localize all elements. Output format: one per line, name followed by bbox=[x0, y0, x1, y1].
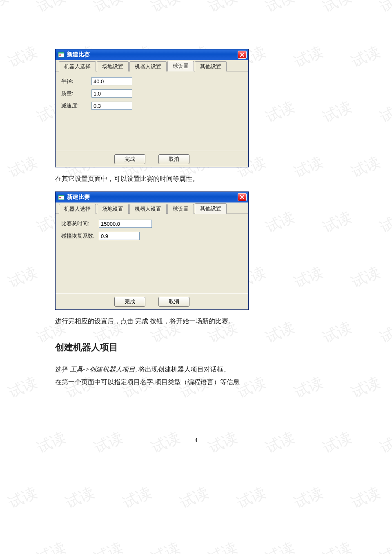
caption-other-settings: 在其它设置页面中，可以设置比赛的时间等属性。 bbox=[55, 173, 337, 184]
dialog-new-match-other: 新建比赛 机器人选择 场地设置 机器人设置 球设置 其他设置 比赛总时间: 碰撞… bbox=[55, 191, 249, 310]
tab-content: 半径: 质量: 减速度: bbox=[56, 71, 248, 151]
tab-content: 比赛总时间: 碰撞恢复系数: bbox=[56, 214, 248, 293]
tab-ball-settings[interactable]: 球设置 bbox=[167, 204, 194, 214]
tab-field-settings[interactable]: 场地设置 bbox=[97, 204, 129, 214]
watermark: 试读 bbox=[263, 538, 298, 554]
totaltime-label: 比赛总时间: bbox=[61, 220, 99, 227]
close-icon bbox=[240, 195, 245, 200]
tab-other-settings[interactable]: 其他设置 bbox=[195, 61, 227, 71]
app-icon bbox=[58, 194, 65, 200]
body-line1-pre: 选择 bbox=[55, 366, 70, 373]
tab-robot-settings[interactable]: 机器人设置 bbox=[129, 204, 167, 214]
titlebar: 新建比赛 bbox=[56, 49, 248, 60]
body-menu-path: 工具->创建机器人项目 bbox=[70, 366, 135, 373]
watermark: 试读 bbox=[348, 483, 383, 513]
close-button[interactable] bbox=[238, 51, 247, 59]
watermark: 试读 bbox=[148, 538, 183, 554]
dialog-title: 新建比赛 bbox=[67, 194, 238, 201]
watermark: 试读 bbox=[377, 538, 392, 554]
tab-robot-select[interactable]: 机器人选择 bbox=[59, 61, 96, 71]
decel-label: 减速度: bbox=[61, 102, 91, 109]
svg-rect-4 bbox=[58, 195, 64, 196]
watermark: 试读 bbox=[205, 538, 241, 554]
tab-field-settings[interactable]: 场地设置 bbox=[97, 61, 129, 71]
watermark: 试读 bbox=[91, 538, 126, 554]
app-icon bbox=[58, 51, 65, 58]
finish-button[interactable]: 完成 bbox=[114, 154, 145, 164]
svg-point-2 bbox=[59, 54, 61, 56]
radius-label: 半径: bbox=[61, 78, 91, 85]
dialog-new-match-ball: 新建比赛 机器人选择 场地设置 机器人设置 球设置 其他设置 半径: 质量: bbox=[55, 49, 249, 167]
svg-rect-1 bbox=[58, 52, 64, 53]
button-bar: 完成 取消 bbox=[56, 293, 248, 309]
watermark: 试读 bbox=[62, 483, 98, 513]
dialog-title: 新建比赛 bbox=[67, 51, 238, 58]
caption-after-finish: 进行完相应的设置后，点击 完成 按钮，将开始一场新的比赛。 bbox=[55, 316, 337, 327]
totaltime-input[interactable] bbox=[99, 220, 152, 228]
tab-robot-settings[interactable]: 机器人设置 bbox=[129, 61, 167, 71]
restitution-input[interactable] bbox=[99, 232, 140, 240]
body-line2: 在第一个页面中可以指定项目名字,项目类型（编程语言）等信息 bbox=[55, 378, 240, 385]
watermark: 试读 bbox=[234, 483, 269, 513]
close-icon bbox=[240, 52, 245, 57]
tab-other-settings[interactable]: 其他设置 bbox=[195, 203, 227, 214]
svg-point-5 bbox=[59, 197, 61, 198]
restitution-label: 碰撞恢复系数: bbox=[61, 232, 99, 240]
radius-input[interactable] bbox=[91, 77, 132, 85]
cancel-button[interactable]: 取消 bbox=[158, 154, 189, 164]
decel-input[interactable] bbox=[91, 102, 132, 110]
button-bar: 完成 取消 bbox=[56, 151, 248, 167]
watermark: 试读 bbox=[120, 483, 155, 513]
section-heading-create-robot-project: 创建机器人项目 bbox=[55, 341, 337, 354]
watermark: 试读 bbox=[320, 538, 355, 554]
watermark: 试读 bbox=[34, 538, 69, 554]
mass-input[interactable] bbox=[91, 89, 132, 98]
watermark: 试读 bbox=[177, 483, 212, 513]
tab-ball-settings[interactable]: 球设置 bbox=[167, 61, 194, 71]
close-button[interactable] bbox=[238, 193, 247, 201]
watermark: 试读 bbox=[5, 483, 40, 513]
titlebar: 新建比赛 bbox=[56, 192, 248, 202]
body-line1-post: , 将出现创建机器人项目对话框。 bbox=[135, 366, 230, 373]
finish-button[interactable]: 完成 bbox=[114, 297, 145, 307]
watermark: 试读 bbox=[291, 483, 326, 513]
tab-strip: 机器人选择 场地设置 机器人设置 球设置 其他设置 bbox=[56, 202, 248, 214]
mass-label: 质量: bbox=[61, 90, 91, 97]
page-number: 4 bbox=[55, 437, 337, 444]
body-text: 选择 工具->创建机器人项目, 将出现创建机器人项目对话框。 在第一个页面中可以… bbox=[55, 363, 337, 388]
tab-strip: 机器人选择 场地设置 机器人设置 球设置 其他设置 bbox=[56, 60, 248, 71]
tab-robot-select[interactable]: 机器人选择 bbox=[59, 204, 96, 214]
cancel-button[interactable]: 取消 bbox=[158, 297, 189, 307]
